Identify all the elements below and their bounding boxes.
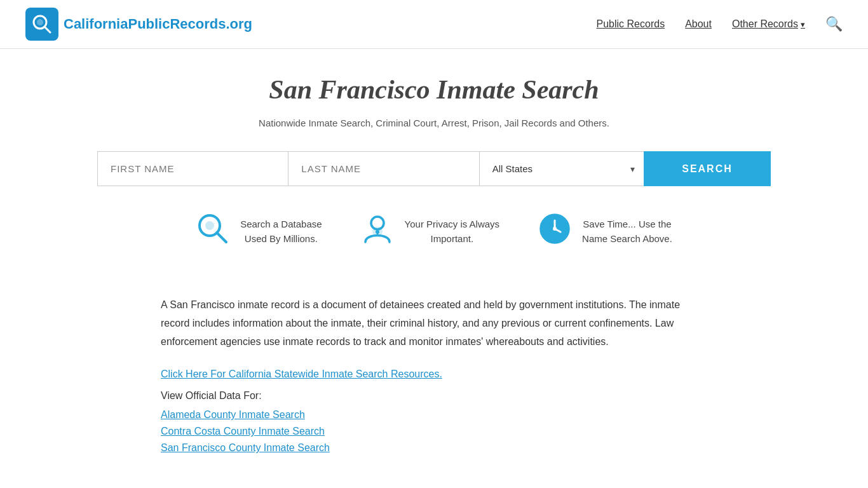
search-button[interactable]: SEARCH [644, 151, 771, 186]
page-subtitle: Nationwide Inmate Search, Criminal Court… [97, 118, 771, 128]
county-links: Alameda County Inmate Search Contra Cost… [161, 409, 707, 454]
contra-costa-county-link[interactable]: Contra Costa County Inmate Search [161, 426, 707, 437]
site-header: CaliforniaPublicRecords.org Public Recor… [0, 0, 868, 49]
svg-line-1 [44, 27, 50, 32]
feature-privacy: Your Privacy is Always Important. [360, 212, 500, 252]
first-name-input[interactable] [97, 151, 288, 186]
logo-link[interactable]: CaliforniaPublicRecords.org [25, 8, 252, 41]
logo-text: CaliforniaPublicRecords.org [64, 16, 252, 32]
main-content: San Francisco Inmate Search Nationwide I… [85, 49, 783, 488]
privacy-icon [360, 212, 395, 252]
chevron-down-icon: ▾ [801, 20, 805, 29]
view-official-label: View Official Data For: [161, 390, 707, 402]
last-name-input[interactable] [288, 151, 478, 186]
article-content: A San Francisco inmate record is a docum… [161, 283, 707, 466]
features-row: Search a Database Used By Millions. Your… [97, 212, 771, 252]
svg-point-5 [205, 221, 214, 230]
nav-about[interactable]: About [685, 18, 712, 30]
feature-time-text: Save Time... Use the Name Search Above. [582, 217, 672, 246]
svg-point-2 [37, 19, 43, 25]
header-search-icon[interactable]: 🔍 [825, 16, 843, 32]
search-database-icon [196, 212, 230, 252]
state-select[interactable]: All StatesAlabamaAlaskaArizonaArkansasCa… [479, 151, 644, 186]
search-form: All StatesAlabamaAlaskaArizonaArkansasCa… [97, 151, 771, 186]
logo-icon [25, 8, 58, 41]
clock-icon [538, 212, 572, 252]
state-select-wrapper: All StatesAlabamaAlaskaArizonaArkansasCa… [479, 151, 644, 186]
nav-other-records[interactable]: Other Records ▾ [732, 18, 805, 30]
article-paragraph: A San Francisco inmate record is a docum… [161, 296, 707, 351]
main-nav: Public Records About Other Records ▾ 🔍 [597, 16, 843, 32]
san-francisco-county-link[interactable]: San Francisco County Inmate Search [161, 442, 707, 454]
feature-time: Save Time... Use the Name Search Above. [538, 212, 672, 252]
nav-public-records[interactable]: Public Records [597, 18, 665, 30]
feature-privacy-text: Your Privacy is Always Important. [405, 217, 500, 246]
statewide-search-link[interactable]: Click Here For California Statewide Inma… [161, 369, 442, 379]
svg-line-4 [217, 233, 226, 242]
feature-search-text: Search a Database Used By Millions. [240, 217, 322, 246]
alameda-county-link[interactable]: Alameda County Inmate Search [161, 409, 707, 421]
svg-point-13 [553, 227, 557, 231]
feature-search: Search a Database Used By Millions. [196, 212, 322, 252]
page-title: San Francisco Inmate Search [97, 74, 771, 105]
